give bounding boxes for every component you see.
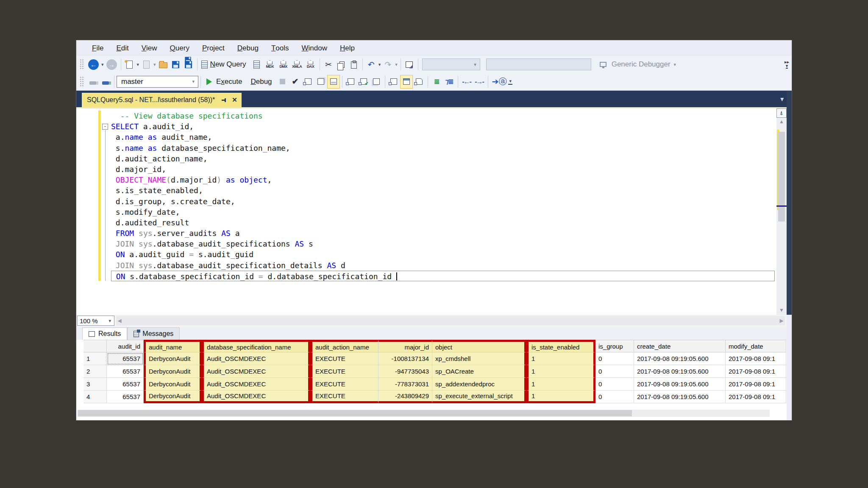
uncomment-button[interactable]: ⁊≣ bbox=[443, 75, 456, 89]
database-engine-query-button[interactable] bbox=[250, 58, 263, 71]
code-line-13[interactable]: JOIN sys.database_audit_specifications A… bbox=[111, 238, 775, 249]
activity-monitor-button[interactable] bbox=[403, 58, 416, 71]
cell[interactable]: 3 bbox=[83, 378, 107, 391]
redo-dropdown-caret[interactable]: ▾ bbox=[394, 62, 398, 67]
menu-item-window[interactable]: Window bbox=[295, 40, 334, 56]
menu-item-project[interactable]: Project bbox=[196, 40, 231, 56]
menu-item-help[interactable]: Help bbox=[334, 40, 361, 56]
new-file-dropdown-caret[interactable]: ▾ bbox=[136, 62, 140, 67]
column-header-audit_name[interactable]: audit_name bbox=[144, 340, 202, 352]
cell[interactable]: EXECUTE bbox=[310, 391, 378, 403]
cancel-query-button[interactable] bbox=[276, 75, 289, 89]
increase-indent-button[interactable]: -→- bbox=[473, 75, 486, 89]
cell[interactable]: Audit_OSCMDEXEC bbox=[202, 365, 310, 378]
cell[interactable]: 65537 bbox=[107, 365, 144, 378]
menu-item-view[interactable]: View bbox=[135, 40, 164, 56]
code-line-4[interactable]: s.name as database_specification_name, bbox=[111, 143, 775, 153]
cell[interactable]: xp_cmdshell bbox=[432, 352, 526, 365]
results-to-text-button[interactable] bbox=[387, 75, 400, 89]
row-number-header[interactable] bbox=[83, 340, 107, 352]
cell[interactable]: 1 bbox=[526, 378, 595, 391]
cell[interactable]: -1008137134 bbox=[378, 352, 432, 365]
code-line-15[interactable]: JOIN sys.database_audit_specification_de… bbox=[111, 260, 775, 271]
cell[interactable]: DerbyconAudit bbox=[144, 391, 202, 403]
close-icon[interactable]: ✕ bbox=[232, 96, 237, 104]
tab-list-dropdown-icon[interactable]: ▼ bbox=[779, 96, 785, 103]
grid-scrollbar-thumb[interactable] bbox=[78, 410, 632, 416]
cell[interactable]: 1 bbox=[526, 391, 595, 403]
open-file-button[interactable] bbox=[157, 58, 170, 71]
execute-button[interactable]: Execute bbox=[203, 75, 246, 89]
column-header-audit_action_name[interactable]: audit_action_name bbox=[310, 340, 378, 352]
generic-debugger-button[interactable]: Generic Debugger ▾ bbox=[598, 58, 679, 71]
client-statistics-button[interactable] bbox=[370, 75, 383, 89]
decrease-indent-button[interactable]: -←- bbox=[460, 75, 473, 89]
cell[interactable]: 0 bbox=[595, 378, 634, 391]
code-line-10[interactable]: s.modify_date, bbox=[111, 207, 775, 217]
cell[interactable]: 4 bbox=[83, 391, 107, 403]
cell[interactable]: DerbyconAudit bbox=[144, 352, 202, 365]
undo-dropdown-caret[interactable]: ▾ bbox=[378, 62, 382, 67]
dmx-query-button[interactable]: DMX bbox=[277, 58, 290, 71]
actual-plan-button[interactable]: ✔ bbox=[357, 75, 370, 89]
query-options-button[interactable] bbox=[314, 75, 327, 89]
results-pane-toggle-button[interactable] bbox=[327, 75, 340, 89]
template-parameters-button[interactable]: ➔ⓐ bbox=[490, 75, 509, 89]
sql-code[interactable]: -- View database specificationsSELECT a.… bbox=[111, 111, 775, 281]
code-line-11[interactable]: d.audited_result bbox=[111, 217, 775, 228]
scrollbar-thumb[interactable] bbox=[778, 132, 785, 222]
cell[interactable]: 65537 bbox=[107, 391, 144, 403]
cell[interactable]: 1 bbox=[83, 352, 107, 365]
undo-button[interactable]: ↶ bbox=[365, 58, 378, 71]
cell[interactable]: 0 bbox=[595, 352, 634, 365]
cell[interactable]: 0 bbox=[595, 391, 634, 403]
add-item-button[interactable] bbox=[140, 58, 153, 71]
cell[interactable]: 2 bbox=[83, 365, 107, 378]
xmla-query-button[interactable]: XMLA bbox=[290, 58, 304, 71]
column-header-modify_date[interactable]: modify_date bbox=[726, 340, 786, 352]
cell[interactable]: 2017-09-08 09:19:05.600 bbox=[634, 391, 726, 403]
code-line-7[interactable]: OBJECT_NAME(d.major_id) as object, bbox=[111, 175, 775, 185]
code-line-1[interactable]: -- View database specifications bbox=[111, 111, 775, 121]
outline-collapse-icon[interactable]: - bbox=[102, 124, 108, 130]
comment-button[interactable]: ≣ bbox=[430, 75, 443, 89]
scroll-left-icon[interactable]: ◀ bbox=[116, 316, 123, 325]
cell[interactable]: sp_OACreate bbox=[432, 365, 526, 378]
paste-button[interactable] bbox=[348, 58, 360, 71]
column-header-database_specification_name[interactable]: database_specification_name bbox=[202, 340, 310, 352]
column-header-audit_id[interactable]: audit_id bbox=[107, 340, 144, 352]
column-header-object[interactable]: object bbox=[432, 340, 526, 352]
cell[interactable]: 65537 bbox=[107, 378, 144, 391]
toolbar-grip[interactable] bbox=[80, 59, 84, 70]
cell[interactable]: 2017-09-08 09:1 bbox=[726, 391, 786, 403]
redo-button[interactable]: ↷ bbox=[381, 58, 394, 71]
debug-button[interactable]: Debug bbox=[246, 75, 276, 89]
column-header-major_id[interactable]: major_id bbox=[378, 340, 432, 352]
cell[interactable]: sp_execute_external_script bbox=[432, 391, 526, 403]
results-grid[interactable]: audit_idaudit_namedatabase_specification… bbox=[83, 340, 786, 403]
cell[interactable]: Audit_OSCMDEXEC bbox=[202, 378, 310, 391]
pin-icon[interactable] bbox=[221, 97, 227, 103]
code-line-14[interactable]: ON a.audit_guid = s.audit_guid bbox=[111, 249, 775, 260]
cell[interactable]: 2017-09-08 09:19:05.600 bbox=[634, 365, 726, 378]
cell[interactable]: -947735043 bbox=[378, 365, 432, 378]
column-header-is_state_enabled[interactable]: is_state_enabled bbox=[526, 340, 595, 352]
code-line-8[interactable]: s.is_state_enabled, bbox=[111, 185, 775, 196]
scroll-up-icon[interactable]: ▲ bbox=[776, 119, 787, 125]
cut-button[interactable]: ✂ bbox=[322, 58, 335, 71]
cell[interactable]: EXECUTE bbox=[310, 378, 378, 391]
new-file-button[interactable]: ✸ bbox=[123, 58, 136, 71]
navigate-back-button[interactable]: ← bbox=[86, 58, 100, 71]
cell[interactable]: -778373031 bbox=[378, 378, 432, 391]
column-header-create_date[interactable]: create_date bbox=[634, 340, 726, 352]
cell[interactable]: 65537 bbox=[107, 352, 144, 365]
splitter-handle[interactable]: ⍋ bbox=[776, 108, 787, 118]
mdx-query-button[interactable]: MDX bbox=[263, 58, 277, 71]
back-dropdown-caret[interactable]: ▾ bbox=[100, 62, 105, 67]
tab-results[interactable]: Results bbox=[82, 327, 127, 340]
cell[interactable]: 1 bbox=[526, 352, 595, 365]
cell[interactable]: 0 bbox=[595, 365, 634, 378]
grid-horizontal-scrollbar[interactable] bbox=[77, 410, 770, 417]
cell[interactable]: 2017-09-08 09:19:05.600 bbox=[634, 352, 726, 365]
code-line-9[interactable]: d.is_group, s.create_date, bbox=[111, 196, 775, 207]
